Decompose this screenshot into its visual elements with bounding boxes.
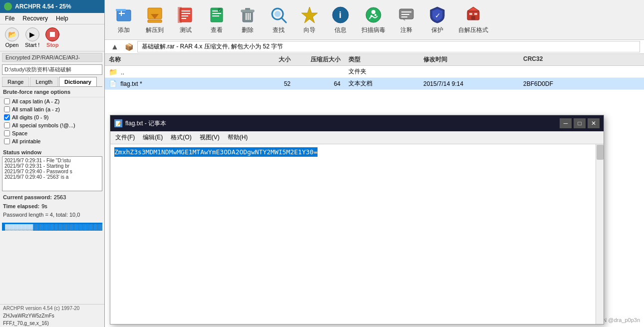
toolbar-sfx-button[interactable]: 自解压格式 [453, 3, 493, 36]
nav-up-arrow[interactable]: ▲ [109, 42, 121, 51]
info-section: Current password: 2563 Time elapsed: 9s … [0, 191, 104, 222]
checkbox-symbols-label: All special symbols (!@...) [12, 122, 75, 128]
nav-bar: ▲ 📦 基础破解.rar - RAR 4.x 压缩文件, 解包大小为 52 字节 [105, 40, 644, 54]
notepad-menu-view[interactable]: 视图(V) [199, 133, 221, 142]
row-type-dotdot: 文件夹 [344, 67, 419, 76]
progress-bar: ▓▓▓▓▓▓▓░░░░░░░░░░░░░░░░░░░░░░░░ 25% [2, 223, 102, 231]
checkbox-printable-input[interactable] [4, 138, 10, 144]
encrypted-label: Encrypted ZIP/RAR/ACE/ARJ- [2, 53, 102, 62]
row-modified-flagtxt: 2015/7/14 9:14 [419, 80, 519, 87]
status-line-1: 2021/9/7 0:29:31 - Starting br [4, 163, 100, 169]
notepad-titlebar: 📝 flag.txt - 记事本 ─ □ ✕ [110, 115, 604, 131]
svg-rect-8 [181, 10, 190, 11]
toolbar-test-button[interactable]: 测试 [171, 3, 201, 36]
svg-rect-21 [245, 8, 250, 10]
notepad-close-button[interactable]: ✕ [588, 118, 600, 128]
toolbar-wizard-button[interactable]: 向导 [295, 3, 324, 36]
svg-rect-9 [181, 13, 190, 14]
svg-rect-1 [116, 9, 126, 11]
header-name: 名称 [105, 55, 255, 64]
add-label: 添加 [118, 26, 130, 34]
svg-rect-3 [121, 11, 122, 16]
toolbar-view-button[interactable]: ✓ 查看 [202, 3, 232, 36]
toolbar-add-button[interactable]: 添加 [109, 3, 139, 36]
checkbox-symbols-input[interactable] [4, 122, 10, 128]
notepad-scrollbar[interactable] [596, 144, 604, 324]
tabs-row: Range Length Dictionary [2, 77, 102, 87]
notepad-menu-format[interactable]: 格式(O) [170, 133, 192, 142]
toolbar-info-button[interactable]: i 信息 [325, 3, 355, 36]
checkbox-small-label: All small latin (a - z) [12, 106, 60, 112]
notepad-maximize-button[interactable]: □ [574, 118, 586, 128]
find-label: 查找 [273, 26, 285, 34]
notepad-menu: 文件(F) 编辑(E) 格式(O) 视图(V) 帮助(H) [110, 131, 604, 144]
tab-range[interactable]: Range [2, 77, 29, 86]
svg-point-31 [366, 7, 381, 22]
checkbox-small: All small latin (a - z) [0, 105, 104, 113]
menu-recovery[interactable]: Recovery [21, 14, 49, 22]
svg-text:i: i [339, 10, 341, 20]
menu-help[interactable]: Help [55, 14, 69, 22]
svg-rect-24 [250, 13, 251, 20]
svg-rect-44 [469, 13, 472, 15]
archpr-version: ARCHPR version 4.54 (c) 1997-20 [0, 304, 104, 312]
checkbox-digits-input[interactable] [4, 114, 10, 120]
toolbar-protect-button[interactable]: ✓ 保护 [422, 3, 452, 36]
status-line-0: 2021/9/7 0:29:31 - File "D:\stu [4, 158, 100, 163]
svg-rect-6 [148, 20, 162, 22]
svg-rect-10 [181, 15, 188, 16]
table-row[interactable]: 📁 .. 文件夹 [105, 66, 644, 78]
svg-rect-12 [178, 7, 182, 23]
add-icon [114, 5, 134, 25]
notepad-menu-edit[interactable]: 编辑(E) [142, 133, 164, 142]
open-button[interactable]: 📂 Open [3, 26, 21, 49]
wizard-label: 向导 [304, 26, 316, 34]
bottom-text: ZHJvaWRzYW5zZmFs [0, 312, 104, 320]
open-label: Open [5, 42, 19, 48]
row-name-dotdot: 📁 .. [105, 68, 255, 76]
notepad-content[interactable]: ZmxhZ3s3MDM1NDMwMGE1MTAwYmE3ODA2ODgwNTY2… [110, 144, 604, 324]
toolbar-extract-button[interactable]: 解压到 [140, 3, 170, 36]
start-button[interactable]: ▶ Start ! [23, 26, 41, 49]
notepad-title-left: 📝 flag.txt - 记事本 [114, 119, 166, 128]
toolbar-scan-button[interactable]: 扫描病毒 [356, 3, 390, 36]
checkbox-space-input[interactable] [4, 130, 10, 136]
comment-icon [396, 5, 416, 25]
notepad-menu-file[interactable]: 文件(F) [114, 133, 136, 142]
time-elapsed-value: 9s [41, 202, 47, 211]
notepad-minimize-button[interactable]: ─ [560, 118, 572, 128]
checkbox-space-label: Space [12, 130, 27, 136]
scan-label: 扫描病毒 [361, 26, 385, 34]
svg-rect-16 [212, 15, 219, 16]
time-elapsed-row: Time elapsed: 9s [3, 202, 101, 211]
app-titlebar: ARCHPR 4.54 - 25% [0, 0, 104, 13]
toolbar-delete-button[interactable]: 删除 [233, 3, 263, 36]
find-icon [269, 5, 289, 25]
status-line-3: 2021/9/7 0:29:40 - '2563' is a [4, 174, 100, 180]
svg-text:✓: ✓ [435, 11, 441, 19]
checkbox-digits: All digits (0 - 9) [0, 113, 104, 121]
table-row[interactable]: 📄 flag.txt * 52 64 文本文档 2015/7/14 9:14 2… [105, 78, 644, 90]
notepad-menu-help[interactable]: 帮助(H) [227, 133, 249, 142]
tab-dictionary[interactable]: Dictionary [59, 77, 97, 86]
password-length-row: Password length = 4, total: 10,0 [3, 211, 101, 220]
svg-point-33 [370, 15, 372, 17]
row-size-flagtxt: 52 [255, 80, 295, 87]
checkbox-small-input[interactable] [4, 106, 10, 112]
toolbar-find-button[interactable]: 查找 [264, 3, 294, 36]
path-input[interactable]: D:\study\攻防资料\基础破解 [2, 64, 102, 75]
bottom-text2: FFF,t_70,g_se,x_16) [0, 320, 104, 327]
password-length-value: Password length = 4, total: 10,0 [3, 211, 80, 220]
checkbox-caps-input[interactable] [4, 98, 10, 104]
file-list-header: 名称 大小 压缩后大小 类型 修改时间 CRC32 [105, 54, 644, 66]
stop-button[interactable]: ⏹ Stop [43, 26, 61, 49]
sfx-label: 自解压格式 [458, 26, 488, 34]
archive-icon: 📦 [125, 43, 133, 51]
notepad-app-icon: 📝 [114, 119, 122, 127]
toolbar-comment-button[interactable]: 注释 [391, 3, 421, 36]
main-toolbar: 添加 解压到 [105, 0, 644, 40]
svg-rect-45 [474, 13, 477, 15]
menu-file[interactable]: File [4, 14, 15, 22]
view-label: 查看 [211, 26, 223, 34]
tab-length[interactable]: Length [30, 77, 58, 86]
